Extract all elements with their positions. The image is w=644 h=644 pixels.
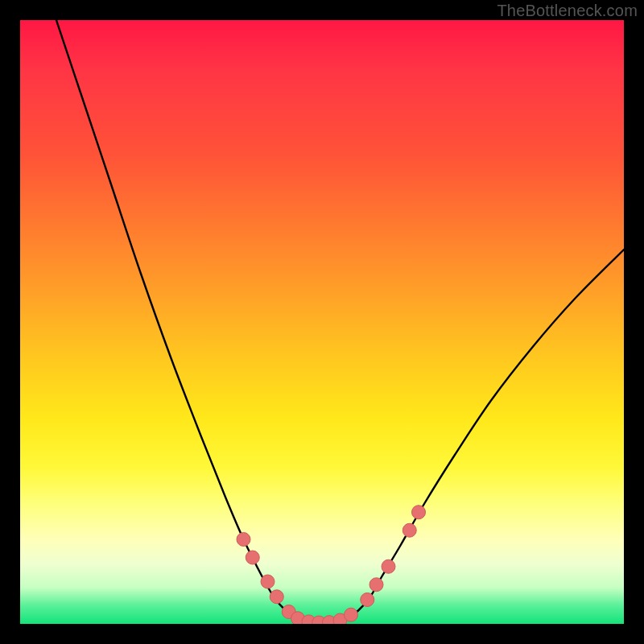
chart-frame: TheBottleneck.com xyxy=(0,0,644,644)
gradient-background xyxy=(20,20,624,624)
plot-area xyxy=(20,20,624,624)
watermark-text: TheBottleneck.com xyxy=(497,2,638,20)
